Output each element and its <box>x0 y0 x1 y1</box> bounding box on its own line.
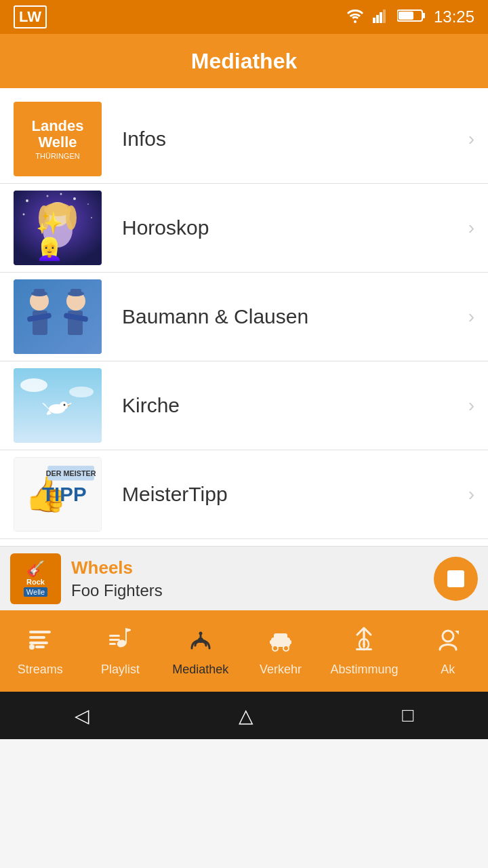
nav-item-verkehr[interactable]: Verkehr <box>250 625 311 677</box>
svg-rect-2 <box>380 12 382 23</box>
list-item-kirche[interactable]: Kirche › <box>0 361 488 450</box>
svg-rect-53 <box>199 635 201 639</box>
svg-rect-20 <box>14 279 102 354</box>
now-playing-info: Wheels Foo Fighters <box>71 557 424 600</box>
back-button[interactable]: ◁ <box>75 705 89 727</box>
chevron-right-icon: › <box>468 395 474 416</box>
nav-item-mediathek[interactable]: Mediathek <box>170 625 231 677</box>
svg-point-52 <box>199 632 202 635</box>
svg-point-9 <box>47 195 49 197</box>
nav-mediathek-label: Mediathek <box>172 663 228 677</box>
svg-point-13 <box>91 217 92 218</box>
list-item-kirche-image <box>14 368 102 443</box>
list-item-baumann-image <box>14 279 102 354</box>
battery-indicator <box>397 9 426 26</box>
list-item-meistertipp[interactable]: 👍 DER MEISTER TIPP MeisterTipp › <box>0 450 488 539</box>
svg-text:DER MEISTER: DER MEISTER <box>46 469 96 477</box>
nav-verkehr-label: Verkehr <box>260 663 302 677</box>
svg-point-8 <box>26 199 28 202</box>
svg-rect-49 <box>109 639 120 641</box>
svg-point-64 <box>443 631 453 642</box>
list-item-horoskop[interactable]: Horoskop › <box>0 184 488 273</box>
svg-text:TIPP: TIPP <box>42 483 86 505</box>
svg-point-18 <box>39 205 49 230</box>
svg-rect-58 <box>270 640 273 644</box>
svg-rect-1 <box>376 15 379 23</box>
streams-icon <box>26 625 54 658</box>
now-playing-artist: Foo Fighters <box>71 581 424 600</box>
svg-point-11 <box>87 203 89 205</box>
svg-rect-45 <box>29 642 48 644</box>
bottom-nav: Streams Playlist Mediathek <box>0 610 488 692</box>
svg-point-17 <box>44 203 71 216</box>
now-playing-title: Wheels <box>71 557 424 578</box>
nav-item-streams[interactable]: Streams <box>9 625 70 677</box>
svg-rect-6 <box>399 12 413 20</box>
app-label: LW <box>14 5 47 28</box>
chevron-right-icon: › <box>468 306 474 328</box>
nav-abstimmung-label: Abstimmung <box>330 663 398 677</box>
nav-item-ak[interactable]: Ak <box>418 625 479 677</box>
svg-point-37 <box>64 404 66 406</box>
svg-rect-3 <box>383 9 386 23</box>
time-display: 13:25 <box>434 7 474 26</box>
svg-rect-48 <box>109 635 120 637</box>
status-bar: LW 13:25 <box>0 0 488 34</box>
svg-point-32 <box>20 378 47 392</box>
ak-icon <box>434 625 462 658</box>
svg-point-33 <box>69 387 94 397</box>
list-item-infos[interactable]: LandesWelle THÜRINGEN Infos › <box>0 95 488 184</box>
svg-point-19 <box>66 205 77 230</box>
now-playing-bar: 🎸 Rock Welle Wheels Foo Fighters <box>0 546 488 610</box>
now-playing-thumbnail: 🎸 Rock Welle <box>10 553 61 604</box>
stop-button[interactable] <box>434 557 478 601</box>
list-item-meistertipp-label: MeisterTipp <box>102 483 462 506</box>
nav-item-playlist[interactable]: Playlist <box>89 625 150 677</box>
stop-icon <box>447 570 464 587</box>
list-item-horoskop-image <box>14 191 102 265</box>
list-item-horoskop-label: Horoskop <box>102 216 462 239</box>
svg-rect-59 <box>288 640 291 644</box>
chevron-right-icon: › <box>468 217 474 239</box>
svg-point-46 <box>29 644 35 650</box>
list-item-baumann-label: Baumann & Clausen <box>102 305 462 328</box>
svg-point-56 <box>272 646 278 651</box>
recents-button[interactable]: □ <box>402 705 413 726</box>
svg-marker-65 <box>455 631 459 635</box>
list-item-kirche-label: Kirche <box>102 394 462 417</box>
header: Mediathek <box>0 34 488 88</box>
svg-point-15 <box>43 212 73 248</box>
home-button[interactable]: △ <box>239 705 253 727</box>
svg-point-14 <box>60 193 62 195</box>
svg-rect-44 <box>29 636 45 639</box>
svg-rect-23 <box>34 289 45 295</box>
signal-icon <box>373 8 389 26</box>
list-item-infos-label: Infos <box>102 127 462 151</box>
main-content: LandesWelle THÜRINGEN Infos › <box>0 88 488 546</box>
svg-rect-43 <box>29 631 51 633</box>
svg-rect-50 <box>109 643 116 645</box>
nav-ak-label: Ak <box>441 663 455 677</box>
nav-item-abstimmung[interactable]: Abstimmung <box>330 625 398 677</box>
svg-rect-28 <box>70 289 81 295</box>
list-item-baumann-clausen[interactable]: Baumann & Clausen › <box>0 273 488 361</box>
svg-point-57 <box>283 646 289 651</box>
svg-rect-55 <box>274 633 287 640</box>
system-bar: ◁ △ □ <box>0 692 488 739</box>
wifi-icon <box>346 8 365 26</box>
nav-playlist-label: Playlist <box>101 663 140 677</box>
list-item-meistertipp-image: 👍 DER MEISTER TIPP <box>14 457 102 532</box>
svg-rect-5 <box>422 13 425 18</box>
status-right: 13:25 <box>346 7 474 26</box>
nav-streams-label: Streams <box>18 663 63 677</box>
svg-point-12 <box>23 214 25 216</box>
verkehr-icon <box>267 625 294 658</box>
svg-rect-47 <box>35 646 45 648</box>
chevron-right-icon: › <box>468 484 474 505</box>
playlist-icon <box>106 625 134 658</box>
svg-rect-0 <box>373 18 375 23</box>
chevron-right-icon: › <box>468 128 474 150</box>
svg-point-62 <box>363 643 365 646</box>
abstimmung-icon <box>350 625 378 658</box>
svg-point-10 <box>73 197 76 200</box>
